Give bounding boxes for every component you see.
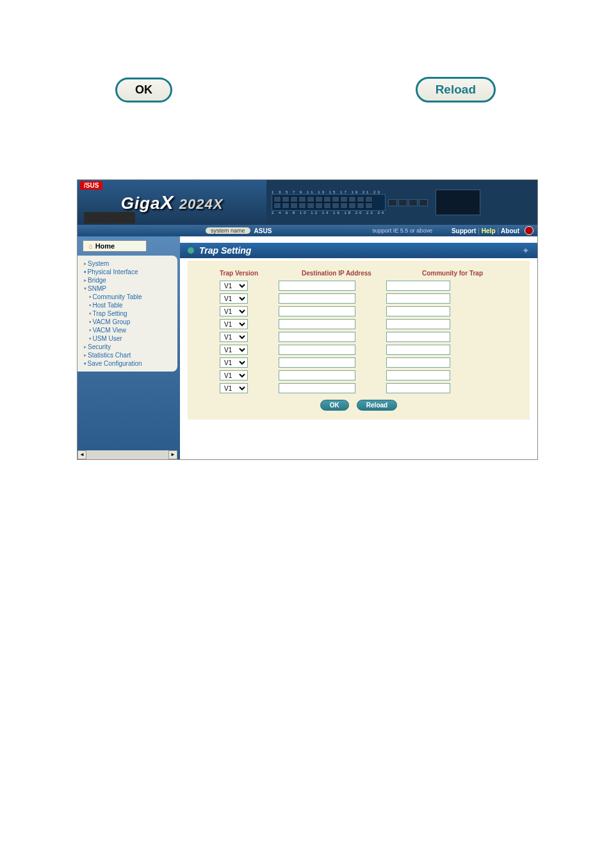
- sidebar-item-vacm-view[interactable]: •VACM View: [80, 326, 175, 334]
- destination-ip-input[interactable]: [279, 357, 355, 368]
- device-image: [84, 212, 135, 224]
- community-input[interactable]: [386, 319, 450, 329]
- system-name-label: system name: [206, 227, 250, 234]
- sidebar-item-community-table[interactable]: •Community Table: [80, 293, 175, 301]
- port-numbers-bottom: 2 4 6 8 10 12 14 16 18 20 22 24: [272, 211, 386, 215]
- sidebar-item-vacm-group[interactable]: •VACM Group: [80, 318, 175, 326]
- trap-version-select[interactable]: V1: [220, 281, 248, 291]
- admin-ui-screenshot: /SUS GigaX 2024X 1 3 5 7 9 11 13 15 17 1…: [77, 179, 538, 460]
- logo-area: /SUS GigaX 2024X: [77, 180, 266, 225]
- section-arrow-icon: [188, 247, 194, 254]
- destination-ip-input[interactable]: [279, 293, 355, 304]
- asus-brand-logo: /SUS: [80, 181, 102, 190]
- reload-button[interactable]: Reload: [416, 77, 496, 102]
- status-bar: system name ASUS support IE 5.5 or above…: [77, 225, 537, 236]
- trap-row: V1: [207, 319, 510, 329]
- trap-row: V1: [207, 345, 510, 355]
- trap-version-select[interactable]: V1: [220, 357, 248, 368]
- trap-row: V1: [207, 383, 510, 393]
- home-tab[interactable]: ⌂ Home: [83, 240, 147, 252]
- sidebar-item-system[interactable]: ▸System: [80, 259, 175, 268]
- community-input[interactable]: [386, 332, 450, 342]
- trap-row: V1: [207, 306, 510, 316]
- sidebar-item-save-configuration[interactable]: •Save Configuration: [80, 359, 175, 368]
- ok-button[interactable]: OK: [115, 78, 172, 102]
- trap-row: V1: [207, 332, 510, 342]
- community-input[interactable]: [386, 293, 450, 304]
- logout-icon[interactable]: [525, 226, 534, 235]
- col-header-version: Trap Version: [220, 270, 271, 277]
- led-panel: [436, 190, 480, 215]
- sidebar-item-host-table[interactable]: •Host Table: [80, 301, 175, 309]
- community-input[interactable]: [386, 281, 450, 291]
- trap-row: V1: [207, 293, 510, 304]
- help-link[interactable]: Help: [482, 227, 496, 234]
- trap-setting-form: Trap Version Destination IP Address Comm…: [188, 261, 530, 420]
- app-header: /SUS GigaX 2024X 1 3 5 7 9 11 13 15 17 1…: [77, 180, 537, 225]
- scroll-left-icon[interactable]: ◄: [77, 450, 86, 459]
- logo-model-text: 2024X: [179, 196, 224, 212]
- product-logo: GigaX 2024X: [121, 192, 224, 213]
- destination-ip-input[interactable]: [279, 332, 355, 342]
- home-label: Home: [95, 242, 115, 250]
- scroll-right-icon[interactable]: ►: [168, 450, 177, 459]
- port-panel: 1 3 5 7 9 11 13 15 17 19 21 23 2 4 6 8 1…: [266, 180, 537, 225]
- community-input[interactable]: [386, 370, 450, 381]
- browser-support-text: support IE 5.5 or above: [372, 227, 432, 234]
- trap-row: V1: [207, 357, 510, 368]
- col-header-community: Community for Trap: [422, 270, 499, 277]
- section-title: Trap Setting: [199, 245, 251, 256]
- trap-version-select[interactable]: V1: [220, 319, 248, 329]
- col-header-ip: Destination IP Address: [302, 270, 391, 277]
- destination-ip-input[interactable]: [279, 281, 355, 291]
- sidebar-item-usm-user[interactable]: •USM User: [80, 334, 175, 343]
- section-tool-icon: ✦: [522, 245, 530, 256]
- sidebar-item-trap-setting[interactable]: •Trap Setting: [80, 309, 175, 318]
- trap-row: V1: [207, 370, 510, 381]
- form-reload-button[interactable]: Reload: [357, 400, 397, 411]
- logo-giga-text: Giga: [121, 193, 161, 213]
- sidebar-item-physical-interface[interactable]: •Physical Interface: [80, 268, 175, 276]
- system-name-value: ASUS: [254, 227, 272, 234]
- destination-ip-input[interactable]: [279, 345, 355, 355]
- sidebar-item-snmp[interactable]: ▾SNMP: [80, 284, 175, 293]
- destination-ip-input[interactable]: [279, 319, 355, 329]
- port-numbers-top: 1 3 5 7 9 11 13 15 17 19 21 23: [272, 190, 386, 194]
- nav-panel: ▸System •Physical Interface ▸Bridge ▾SNM…: [77, 256, 177, 372]
- sidebar-scrollbar[interactable]: ◄ ►: [77, 450, 177, 459]
- sidebar-item-security[interactable]: ▸Security: [80, 343, 175, 351]
- community-input[interactable]: [386, 306, 450, 316]
- trap-version-select[interactable]: V1: [220, 332, 248, 342]
- sidebar: ⌂ Home ▸System •Physical Interface ▸Brid…: [77, 236, 180, 459]
- community-input[interactable]: [386, 345, 450, 355]
- trap-version-select[interactable]: V1: [220, 345, 248, 355]
- section-title-bar: Trap Setting ✦: [180, 243, 537, 258]
- content-area: Trap Setting ✦ Trap Version Destination …: [180, 236, 537, 459]
- community-input[interactable]: [386, 383, 450, 393]
- community-input[interactable]: [386, 357, 450, 368]
- extra-ports: [388, 199, 428, 206]
- trap-version-select[interactable]: V1: [220, 370, 248, 381]
- support-link[interactable]: Support: [452, 227, 476, 234]
- destination-ip-input[interactable]: [279, 370, 355, 381]
- destination-ip-input[interactable]: [279, 383, 355, 393]
- trap-version-select[interactable]: V1: [220, 306, 248, 316]
- sidebar-item-statistics-chart[interactable]: ▸Statistics Chart: [80, 351, 175, 359]
- logo-x-text: X: [160, 192, 174, 213]
- sidebar-item-bridge[interactable]: ▸Bridge: [80, 276, 175, 284]
- trap-version-select[interactable]: V1: [220, 383, 248, 393]
- trap-row: V1: [207, 281, 510, 291]
- home-icon: ⌂: [88, 242, 93, 250]
- destination-ip-input[interactable]: [279, 306, 355, 316]
- form-ok-button[interactable]: OK: [320, 400, 349, 411]
- about-link[interactable]: About: [501, 227, 519, 234]
- trap-version-select[interactable]: V1: [220, 293, 248, 304]
